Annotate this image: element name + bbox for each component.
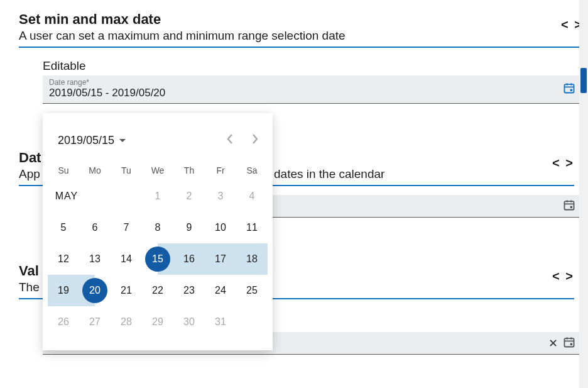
calendar-day: 30: [173, 306, 205, 338]
prev-month-button[interactable]: [226, 133, 234, 148]
svg-rect-2: [565, 201, 574, 209]
calendar-dow: We: [142, 160, 173, 180]
calendar-header: 2019/05/15: [43, 127, 273, 160]
calendar-day[interactable]: 24: [205, 275, 236, 306]
svg-rect-1: [570, 89, 572, 91]
clear-icon[interactable]: ✕: [548, 336, 558, 350]
svg-rect-0: [565, 84, 574, 92]
calendar-day: 4: [236, 180, 268, 212]
date-range-field-value: 2019/05/15 - 2019/05/20: [49, 87, 577, 99]
calendar-day[interactable]: 23: [173, 275, 205, 306]
calendar-day: 29: [142, 306, 173, 338]
calendar-day: 27: [79, 306, 111, 338]
scrollbar-thumb[interactable]: [580, 68, 587, 93]
calendar-dow: Th: [173, 160, 205, 180]
calendar-dow: Mo: [79, 160, 111, 180]
calendar-day[interactable]: 9: [173, 212, 205, 243]
next-month-button[interactable]: [251, 133, 259, 148]
calendar-dow-row: SuMoTuWeThFrSa: [43, 160, 273, 180]
date-range-field-label: Date range*: [49, 78, 577, 87]
svg-rect-5: [570, 343, 572, 345]
calendar-day: [111, 180, 142, 212]
calendar-body: MAY1234567891011121314151617181920212223…: [43, 180, 273, 338]
calendar-day[interactable]: 21: [111, 275, 142, 306]
section-title: Set min and max date: [19, 11, 583, 28]
calendar-day[interactable]: 20: [79, 275, 111, 306]
code-toggle-button[interactable]: < >: [552, 156, 574, 170]
calendar-day[interactable]: 8: [142, 212, 173, 243]
calendar-day[interactable]: 16: [173, 243, 205, 275]
calendar-day[interactable]: 7: [111, 212, 142, 243]
calendar-day[interactable]: 5: [48, 212, 79, 243]
calendar-day[interactable]: 22: [142, 275, 173, 306]
calendar-day[interactable]: 17: [205, 243, 236, 275]
section-subtitle-tail: dates in the calendar: [274, 167, 384, 181]
calendar-day[interactable]: 11: [236, 212, 268, 243]
calendar-day: 31: [205, 306, 236, 338]
editable-label: Editable: [43, 59, 583, 73]
scrollbar-track[interactable]: [579, 0, 588, 388]
svg-rect-3: [570, 206, 572, 208]
calendar-day[interactable]: 18: [236, 243, 268, 275]
calendar-dow: Su: [48, 160, 79, 180]
calendar-month-label: 2019/05/15: [58, 134, 114, 147]
chevron-down-icon: [119, 139, 126, 142]
calendar-popup: 2019/05/15 SuMoTuWeThFrSa MAY12345678910…: [43, 113, 273, 350]
section-min-max-date: Set min and max date A user can set a ma…: [19, 11, 583, 104]
section-subtitle-text: A user can set a maximum and minimum ran…: [19, 29, 346, 42]
calendar-dow: Sa: [236, 160, 268, 180]
calendar-day: 1: [142, 180, 173, 212]
calendar-nav: [226, 133, 266, 148]
calendar-day[interactable]: 13: [79, 243, 111, 275]
calendar-day[interactable]: 15: [142, 243, 173, 275]
calendar-day[interactable]: 6: [79, 212, 111, 243]
calendar-month-text: MAY: [48, 180, 79, 212]
calendar-day: 2: [173, 180, 205, 212]
calendar-icon[interactable]: [563, 81, 575, 97]
calendar-day: [236, 306, 268, 338]
calendar-dow: Fr: [205, 160, 236, 180]
calendar-day: [79, 180, 111, 212]
calendar-day[interactable]: 14: [111, 243, 142, 275]
calendar-day: 26: [48, 306, 79, 338]
calendar-dow: Tu: [111, 160, 142, 180]
section-subtitle-prefix: App: [19, 167, 40, 180]
calendar-day[interactable]: 10: [205, 212, 236, 243]
calendar-day[interactable]: 25: [236, 275, 268, 306]
calendar-day: 3: [205, 180, 236, 212]
calendar-month-dropdown[interactable]: 2019/05/15: [58, 134, 126, 147]
section-subtitle-text: The: [19, 280, 40, 294]
calendar-day[interactable]: 12: [48, 243, 79, 275]
section-subtitle: A user can set a maximum and minimum ran…: [19, 29, 583, 48]
code-toggle-button[interactable]: < >: [552, 269, 574, 284]
calendar-day[interactable]: 19: [48, 275, 79, 306]
calendar-icon[interactable]: [563, 335, 575, 352]
date-range-input[interactable]: Date range* 2019/05/15 - 2019/05/20: [43, 75, 583, 104]
svg-rect-4: [565, 338, 574, 346]
calendar-icon[interactable]: [563, 198, 575, 214]
calendar-day: 28: [111, 306, 142, 338]
